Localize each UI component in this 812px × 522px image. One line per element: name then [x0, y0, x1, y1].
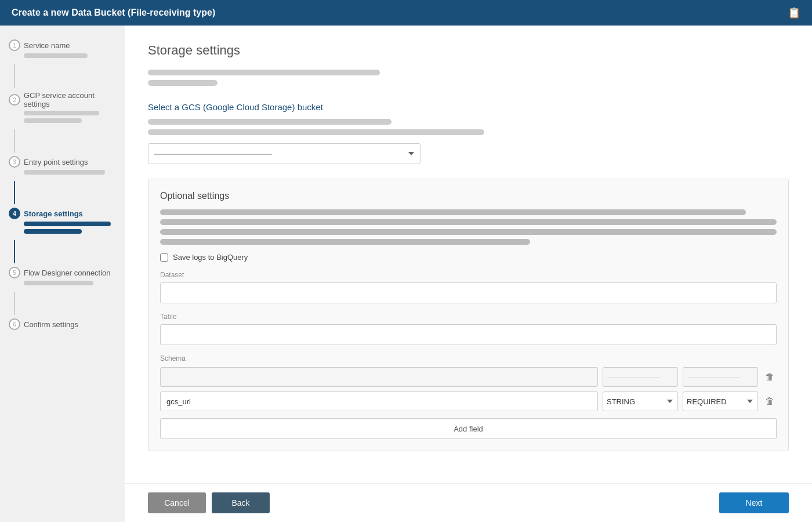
step-header-5: 5 Flow Designer connection: [9, 264, 116, 281]
schema-row-2: STRING INTEGER FLOAT BOOLEAN REQUIRED NU…: [160, 392, 777, 411]
main-layout: 1 Service name 2 GCP service account set…: [0, 26, 812, 522]
optional-settings-box: Optional settings Save logs to BigQuery: [148, 179, 789, 451]
header-icon: 📋: [788, 6, 800, 19]
step-circle-5: 5: [9, 267, 20, 278]
schema-section: Schema ────────── STRING INTEGER FLOAT B…: [160, 354, 777, 439]
gcs-desc-line-1: [148, 119, 392, 125]
schema-row-1: ────────── STRING INTEGER FLOAT BOOLEAN …: [160, 367, 777, 387]
step-1-sub: [9, 53, 116, 63]
save-logs-row: Save logs to BigQuery: [160, 253, 777, 262]
sub-line: [24, 111, 99, 115]
connector-4: [14, 240, 15, 263]
step-4-sub: [9, 222, 116, 239]
step-label-5: Flow Designer connection: [24, 269, 111, 277]
dataset-field: Dataset: [160, 271, 777, 313]
schema-type-select-1[interactable]: ────────── STRING INTEGER FLOAT BOOLEAN: [603, 367, 678, 387]
schema-mode-select-2[interactable]: REQUIRED NULLABLE REPEATED: [683, 392, 758, 411]
sidebar: 1 Service name 2 GCP service account set…: [0, 26, 125, 522]
step-item-6: 6 Confirm settings: [9, 316, 116, 332]
gcs-bucket-select[interactable]: ──────────────────────: [148, 143, 420, 164]
dataset-input[interactable]: [160, 282, 777, 303]
step-item-2: 2 GCP service account settings: [9, 89, 116, 153]
step-label-3: Entry point settings: [24, 158, 88, 166]
description-area: [148, 70, 789, 90]
desc-line-1: [148, 70, 380, 75]
schema-type-select-2[interactable]: STRING INTEGER FLOAT BOOLEAN: [603, 392, 678, 411]
schema-name-input-2[interactable]: [160, 392, 598, 411]
sub-line: [24, 118, 82, 123]
dataset-label: Dataset: [160, 271, 777, 279]
gcs-section: Select a GCS (Google Cloud Storage) buck…: [148, 102, 789, 179]
sub-line: [24, 53, 88, 58]
gcs-section-title: Select a GCS (Google Cloud Storage) buck…: [148, 102, 789, 112]
back-button[interactable]: Back: [212, 492, 270, 513]
page-title: Storage settings: [148, 43, 789, 58]
sub-line: [24, 229, 82, 234]
connector-3: [14, 181, 15, 204]
connector-1: [14, 64, 15, 88]
gcs-desc-line-2: [148, 129, 484, 135]
sub-line: [24, 281, 93, 285]
table-input[interactable]: [160, 324, 777, 345]
gcs-desc-lines: [148, 119, 789, 135]
step-circle-3: 3: [9, 156, 20, 168]
save-logs-checkbox[interactable]: [160, 253, 168, 262]
main-scroll: Storage settings Select a GCS (Google Cl…: [125, 26, 812, 483]
step-label-2: GCP service account settings: [24, 91, 116, 108]
table-field: Table: [160, 313, 777, 354]
app-header: Create a new Data Bucket (File-receiving…: [0, 0, 812, 26]
step-circle-2: 2: [9, 94, 20, 106]
table-label: Table: [160, 313, 777, 321]
step-circle-1: 1: [9, 39, 20, 51]
step-item-5: 5 Flow Designer connection: [9, 264, 116, 315]
save-logs-label: Save logs to BigQuery: [173, 253, 248, 262]
opt-line-4: [160, 239, 530, 245]
delete-row-2-icon[interactable]: 🗑: [763, 394, 777, 409]
step-5-sub: [9, 281, 116, 291]
connector-2: [14, 129, 15, 153]
content-area: Storage settings Select a GCS (Google Cl…: [125, 26, 812, 463]
step-header-3: 3 Entry point settings: [9, 154, 116, 170]
step-header-1: 1 Service name: [9, 37, 116, 53]
schema-mode-select-1[interactable]: ────────── REQUIRED NULLABLE REPEATED: [683, 367, 758, 387]
step-label-6: Confirm settings: [24, 320, 78, 329]
step-header-6: 6 Confirm settings: [9, 316, 116, 332]
step-header-4: 4 Storage settings: [9, 205, 116, 222]
step-3-sub: [9, 170, 116, 180]
step-circle-6: 6: [9, 318, 20, 330]
step-label-1: Service name: [24, 41, 70, 50]
opt-line-1: [160, 209, 746, 215]
connector-5: [14, 292, 15, 315]
step-header-2: 2 GCP service account settings: [9, 89, 116, 111]
step-circle-4: 4: [9, 208, 20, 219]
step-item-4: 4 Storage settings: [9, 205, 116, 263]
optional-settings-title: Optional settings: [160, 191, 777, 201]
next-button[interactable]: Next: [719, 492, 789, 513]
sub-line: [24, 222, 111, 226]
schema-label: Schema: [160, 354, 777, 362]
step-item-3: 3 Entry point settings: [9, 154, 116, 204]
sub-line: [24, 170, 105, 175]
delete-row-1-icon[interactable]: 🗑: [763, 369, 777, 385]
header-title: Create a new Data Bucket (File-receiving…: [12, 8, 215, 18]
opt-line-3: [160, 229, 777, 235]
schema-name-input-1[interactable]: [160, 367, 598, 387]
step-label-4: Storage settings: [24, 209, 83, 218]
main-area: Storage settings Select a GCS (Google Cl…: [125, 26, 812, 522]
step-2-sub: [9, 111, 116, 128]
step-item-1: 1 Service name: [9, 37, 116, 88]
desc-line-2: [148, 80, 217, 86]
optional-desc-lines: [160, 209, 777, 245]
opt-line-2: [160, 219, 777, 225]
cancel-button[interactable]: Cancel: [148, 492, 206, 513]
add-field-button[interactable]: Add field: [160, 418, 777, 439]
footer: Cancel Back Next: [125, 483, 812, 522]
